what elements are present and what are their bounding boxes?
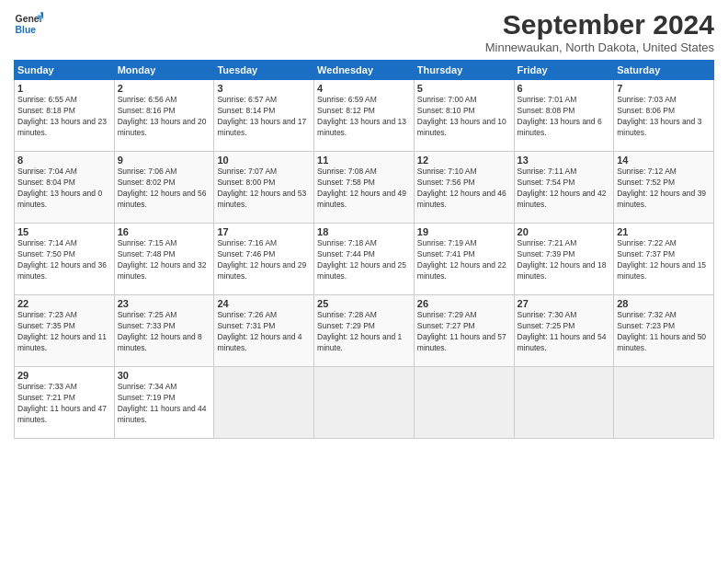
day-info: Sunrise: 7:32 AMSunset: 7:23 PMDaylight:…	[617, 310, 706, 352]
day-number: 17	[217, 226, 311, 237]
calendar-cell: 15 Sunrise: 7:14 AMSunset: 7:50 PMDaylig…	[15, 224, 115, 295]
day-number: 22	[17, 298, 111, 309]
calendar-cell: 7 Sunrise: 7:03 AMSunset: 8:06 PMDayligh…	[614, 80, 714, 152]
day-number: 7	[617, 83, 711, 94]
day-number: 13	[518, 155, 611, 166]
calendar-week-2: 8 Sunrise: 7:04 AMSunset: 8:04 PMDayligh…	[15, 152, 714, 224]
day-info: Sunrise: 7:21 AMSunset: 7:39 PMDaylight:…	[518, 238, 607, 281]
calendar-week-4: 22 Sunrise: 7:23 AMSunset: 7:35 PMDaylig…	[15, 295, 714, 367]
calendar-header-row: SundayMondayTuesdayWednesdayThursdayFrid…	[15, 61, 714, 80]
day-number: 3	[217, 83, 311, 94]
day-number: 28	[617, 298, 711, 309]
day-info: Sunrise: 7:10 AMSunset: 7:56 PMDaylight:…	[417, 167, 506, 209]
calendar-cell: 5 Sunrise: 7:00 AMSunset: 8:10 PMDayligh…	[414, 80, 514, 152]
day-info: Sunrise: 7:11 AMSunset: 7:54 PMDaylight:…	[518, 167, 607, 209]
day-number: 1	[17, 83, 111, 94]
day-number: 8	[17, 155, 111, 166]
day-info: Sunrise: 7:16 AMSunset: 7:46 PMDaylight:…	[217, 238, 306, 281]
day-number: 27	[518, 298, 611, 309]
calendar-cell: 26 Sunrise: 7:29 AMSunset: 7:27 PMDaylig…	[414, 295, 514, 367]
day-number: 21	[617, 226, 711, 237]
day-info: Sunrise: 7:15 AMSunset: 7:48 PMDaylight:…	[118, 238, 207, 281]
calendar-cell: 20 Sunrise: 7:21 AMSunset: 7:39 PMDaylig…	[514, 224, 614, 295]
day-info: Sunrise: 7:14 AMSunset: 7:50 PMDaylight:…	[17, 238, 107, 281]
day-number: 20	[518, 226, 611, 237]
calendar-cell: 23 Sunrise: 7:25 AMSunset: 7:33 PMDaylig…	[114, 295, 214, 367]
calendar-cell: 3 Sunrise: 6:57 AMSunset: 8:14 PMDayligh…	[214, 80, 314, 152]
day-info: Sunrise: 7:04 AMSunset: 8:04 PMDaylight:…	[17, 167, 102, 209]
calendar-cell: 25 Sunrise: 7:28 AMSunset: 7:29 PMDaylig…	[314, 295, 415, 367]
day-info: Sunrise: 7:30 AMSunset: 7:25 PMDaylight:…	[518, 310, 607, 352]
weekday-header-monday: Monday	[114, 61, 214, 80]
calendar-week-3: 15 Sunrise: 7:14 AMSunset: 7:50 PMDaylig…	[15, 224, 714, 295]
calendar-cell: 17 Sunrise: 7:16 AMSunset: 7:46 PMDaylig…	[214, 224, 314, 295]
calendar-week-5: 29 Sunrise: 7:33 AMSunset: 7:21 PMDaylig…	[15, 367, 714, 439]
calendar-table: SundayMondayTuesdayWednesdayThursdayFrid…	[14, 60, 714, 439]
calendar-cell: 8 Sunrise: 7:04 AMSunset: 8:04 PMDayligh…	[15, 152, 115, 224]
weekday-header-sunday: Sunday	[15, 61, 115, 80]
day-info: Sunrise: 7:34 AMSunset: 7:19 PMDaylight:…	[118, 382, 207, 424]
day-info: Sunrise: 7:33 AMSunset: 7:21 PMDaylight:…	[17, 382, 107, 424]
day-info: Sunrise: 7:18 AMSunset: 7:44 PMDaylight:…	[317, 238, 406, 281]
day-info: Sunrise: 6:57 AMSunset: 8:14 PMDaylight:…	[217, 95, 306, 137]
day-info: Sunrise: 7:28 AMSunset: 7:29 PMDaylight:…	[317, 310, 402, 352]
calendar-cell: 1 Sunrise: 6:55 AMSunset: 8:18 PMDayligh…	[15, 80, 115, 152]
title-area: September 2024 Minnewaukan, North Dakota…	[485, 9, 714, 54]
day-number: 25	[317, 298, 411, 309]
calendar-cell: 10 Sunrise: 7:07 AMSunset: 8:00 PMDaylig…	[214, 152, 314, 224]
calendar-cell: 14 Sunrise: 7:12 AMSunset: 7:52 PMDaylig…	[614, 152, 714, 224]
calendar-cell: 22 Sunrise: 7:23 AMSunset: 7:35 PMDaylig…	[15, 295, 115, 367]
day-number: 16	[118, 226, 211, 237]
day-info: Sunrise: 6:59 AMSunset: 8:12 PMDaylight:…	[317, 95, 406, 137]
day-number: 24	[217, 298, 311, 309]
day-info: Sunrise: 7:29 AMSunset: 7:27 PMDaylight:…	[417, 310, 506, 352]
day-number: 11	[317, 155, 411, 166]
location: Minnewaukan, North Dakota, United States	[485, 40, 714, 54]
day-info: Sunrise: 7:25 AMSunset: 7:33 PMDaylight:…	[118, 310, 202, 352]
weekday-header-saturday: Saturday	[614, 61, 714, 80]
calendar-cell: 28 Sunrise: 7:32 AMSunset: 7:23 PMDaylig…	[614, 295, 714, 367]
weekday-header-tuesday: Tuesday	[214, 61, 314, 80]
day-number: 5	[417, 83, 511, 94]
weekday-header-thursday: Thursday	[414, 61, 514, 80]
calendar-cell: 29 Sunrise: 7:33 AMSunset: 7:21 PMDaylig…	[15, 367, 115, 439]
day-number: 18	[317, 226, 411, 237]
calendar-cell	[314, 367, 415, 439]
calendar-cell	[414, 367, 514, 439]
day-info: Sunrise: 7:08 AMSunset: 7:58 PMDaylight:…	[317, 167, 406, 209]
svg-text:Blue: Blue	[16, 25, 37, 35]
day-info: Sunrise: 7:22 AMSunset: 7:37 PMDaylight:…	[617, 238, 706, 281]
day-info: Sunrise: 7:07 AMSunset: 8:00 PMDaylight:…	[217, 167, 306, 209]
calendar-cell: 2 Sunrise: 6:56 AMSunset: 8:16 PMDayligh…	[114, 80, 214, 152]
calendar-cell: 21 Sunrise: 7:22 AMSunset: 7:37 PMDaylig…	[614, 224, 714, 295]
day-info: Sunrise: 7:06 AMSunset: 8:02 PMDaylight:…	[118, 167, 207, 209]
day-info: Sunrise: 6:55 AMSunset: 8:18 PMDaylight:…	[17, 95, 107, 137]
calendar-week-1: 1 Sunrise: 6:55 AMSunset: 8:18 PMDayligh…	[15, 80, 714, 152]
page-container: General Blue September 2024 Minnewaukan,…	[0, 0, 728, 448]
day-number: 10	[217, 155, 311, 166]
day-number: 26	[417, 298, 511, 309]
day-number: 29	[17, 370, 111, 381]
day-number: 23	[118, 298, 211, 309]
day-number: 12	[417, 155, 511, 166]
day-number: 19	[417, 226, 511, 237]
month-title: September 2024	[485, 9, 714, 40]
day-number: 9	[118, 155, 211, 166]
calendar-cell: 16 Sunrise: 7:15 AMSunset: 7:48 PMDaylig…	[114, 224, 214, 295]
day-info: Sunrise: 7:19 AMSunset: 7:41 PMDaylight:…	[417, 238, 506, 281]
day-number: 6	[518, 83, 611, 94]
header: General Blue September 2024 Minnewaukan,…	[14, 9, 714, 54]
calendar-cell: 18 Sunrise: 7:18 AMSunset: 7:44 PMDaylig…	[314, 224, 415, 295]
calendar-cell	[214, 367, 314, 439]
calendar-cell: 12 Sunrise: 7:10 AMSunset: 7:56 PMDaylig…	[414, 152, 514, 224]
calendar-cell: 19 Sunrise: 7:19 AMSunset: 7:41 PMDaylig…	[414, 224, 514, 295]
day-number: 30	[118, 370, 211, 381]
day-info: Sunrise: 7:12 AMSunset: 7:52 PMDaylight:…	[617, 167, 706, 209]
calendar-cell: 27 Sunrise: 7:30 AMSunset: 7:25 PMDaylig…	[514, 295, 614, 367]
calendar-cell: 11 Sunrise: 7:08 AMSunset: 7:58 PMDaylig…	[314, 152, 415, 224]
day-info: Sunrise: 7:00 AMSunset: 8:10 PMDaylight:…	[417, 95, 506, 137]
calendar-cell: 4 Sunrise: 6:59 AMSunset: 8:12 PMDayligh…	[314, 80, 415, 152]
calendar-cell: 24 Sunrise: 7:26 AMSunset: 7:31 PMDaylig…	[214, 295, 314, 367]
logo-icon: General Blue	[14, 9, 43, 39]
calendar-cell: 6 Sunrise: 7:01 AMSunset: 8:08 PMDayligh…	[514, 80, 614, 152]
